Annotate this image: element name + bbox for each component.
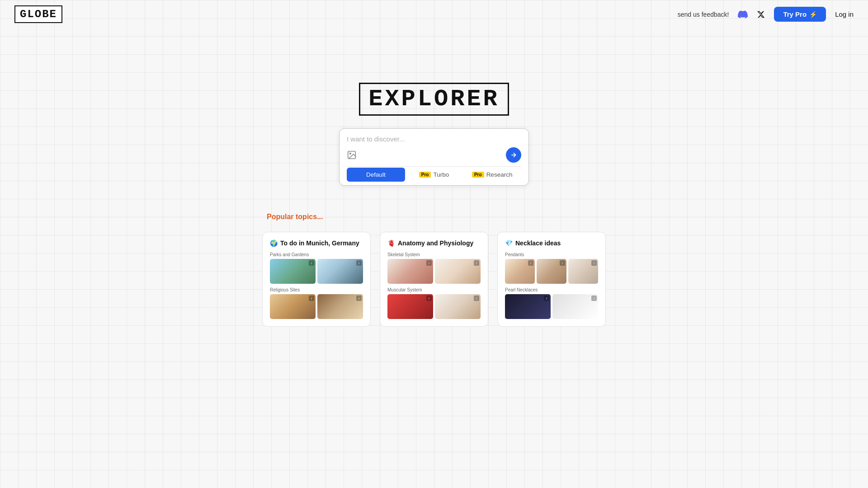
munich-emoji: 🌍 [270, 239, 278, 247]
x-twitter-icon[interactable] [757, 10, 765, 19]
info-icon: i [356, 296, 362, 301]
necklace-emoji: 💎 [505, 239, 513, 247]
info-icon: i [356, 260, 362, 266]
try-pro-label: Try Pro [783, 10, 807, 18]
anatomy-section-1: Skeletal System i i [387, 252, 481, 284]
necklace-pendants-row: i i i [505, 259, 598, 284]
send-button[interactable] [506, 147, 521, 163]
search-bottom-bar [347, 147, 521, 163]
turbo-pro-badge: Pro [419, 172, 431, 178]
munich-thumb-english-garden: i [270, 259, 316, 284]
necklace-pearl-row: i i [505, 294, 598, 319]
tab-research[interactable]: Pro Research [463, 168, 521, 182]
header-right: send us feedback! Try Pro ⚡ Log in [678, 7, 854, 22]
anatomy-section-2: Muscular System i i [387, 287, 481, 319]
munich-section-2: Religious Sites i i [270, 287, 363, 319]
anatomy-muscular-row: i i [387, 294, 481, 319]
main-content: EXPLORER Default [0, 28, 868, 186]
explorer-title: EXPLORER [359, 83, 509, 116]
tab-research-label: Research [486, 171, 513, 178]
munich-thumb-asamkirche: i [317, 294, 363, 319]
tab-default[interactable]: Default [347, 168, 405, 182]
necklace-section-2: Pearl Necklaces i i [505, 287, 598, 319]
info-icon: i [560, 260, 565, 266]
search-container: Default Pro Turbo Pro Research [339, 128, 529, 186]
card-anatomy-title: 🫀 Anatomy and Physiology [387, 239, 481, 247]
munich-religious-row: i i [270, 294, 363, 319]
necklace-section-1: Pendants i i i [505, 252, 598, 284]
card-necklace-content: Pendants i i i [505, 252, 598, 319]
info-icon: i [591, 260, 597, 266]
cards-grid: 🌍 To do in Munich, Germany Parks and Gar… [262, 232, 606, 327]
anatomy-emoji: 🫀 [387, 239, 395, 247]
discord-icon[interactable] [738, 9, 748, 19]
info-icon: i [309, 296, 314, 301]
munich-section-1: Parks and Gardens i i [270, 252, 363, 284]
info-icon: i [426, 296, 432, 301]
tab-turbo[interactable]: Pro Turbo [405, 168, 463, 182]
card-munich[interactable]: 🌍 To do in Munich, Germany Parks and Gar… [262, 232, 371, 327]
research-pro-badge: Pro [472, 172, 484, 178]
tab-default-label: Default [366, 171, 386, 178]
anatomy-thumb-smooth-muscles: i [435, 294, 481, 319]
munich-thumb-olympiapark: i [317, 259, 363, 284]
search-input[interactable] [347, 135, 521, 143]
try-pro-button[interactable]: Try Pro ⚡ [774, 7, 826, 22]
info-icon: i [544, 296, 549, 301]
anatomy-thumb-skeletal-muscles: i [387, 294, 433, 319]
necklace-thumb-charm: i [537, 259, 566, 284]
card-necklace-title: 💎 Necklace ideas [505, 239, 598, 247]
info-icon: i [309, 260, 314, 266]
info-icon: i [528, 260, 533, 266]
anatomy-skeletal-row: i i [387, 259, 481, 284]
svg-point-1 [349, 153, 351, 154]
bolt-icon: ⚡ [809, 11, 817, 18]
image-upload-icon[interactable] [347, 150, 357, 160]
necklace-thumb-amethyst: i [568, 259, 598, 284]
anatomy-thumb-bones: i [387, 259, 433, 284]
logo[interactable]: GLOBE [14, 5, 62, 23]
necklace-thumb-multi-strand: i [552, 294, 598, 319]
info-icon: i [591, 296, 597, 301]
popular-topics-section: Popular topics... 🌍 To do in Munich, Ger… [0, 186, 868, 345]
tab-turbo-label: Turbo [433, 171, 449, 178]
card-munich-title: 🌍 To do in Munich, Germany [270, 239, 363, 247]
anatomy-thumb-joints: i [435, 259, 481, 284]
info-icon: i [426, 260, 432, 266]
popular-topics-title: Popular topics... [267, 213, 323, 221]
card-anatomy[interactable]: 🫀 Anatomy and Physiology Skeletal System… [380, 232, 488, 327]
card-necklace[interactable]: 💎 Necklace ideas Pendants i i [497, 232, 606, 327]
card-anatomy-content: Skeletal System i i Muscular System [387, 252, 481, 319]
necklace-thumb-bar: i [505, 259, 535, 284]
login-button[interactable]: Log in [835, 10, 854, 18]
info-icon: i [474, 296, 479, 301]
mode-tabs: Default Pro Turbo Pro Research [347, 166, 521, 182]
necklace-thumb-single-strand: i [505, 294, 551, 319]
munich-parks-row: i i [270, 259, 363, 284]
card-munich-content: Parks and Gardens i i Religious Sites [270, 252, 363, 319]
feedback-text: send us feedback! [678, 11, 729, 18]
header: GLOBE send us feedback! Try Pro ⚡ Log in [0, 0, 868, 28]
munich-thumb-frauenkirche: i [270, 294, 316, 319]
info-icon: i [474, 260, 479, 266]
